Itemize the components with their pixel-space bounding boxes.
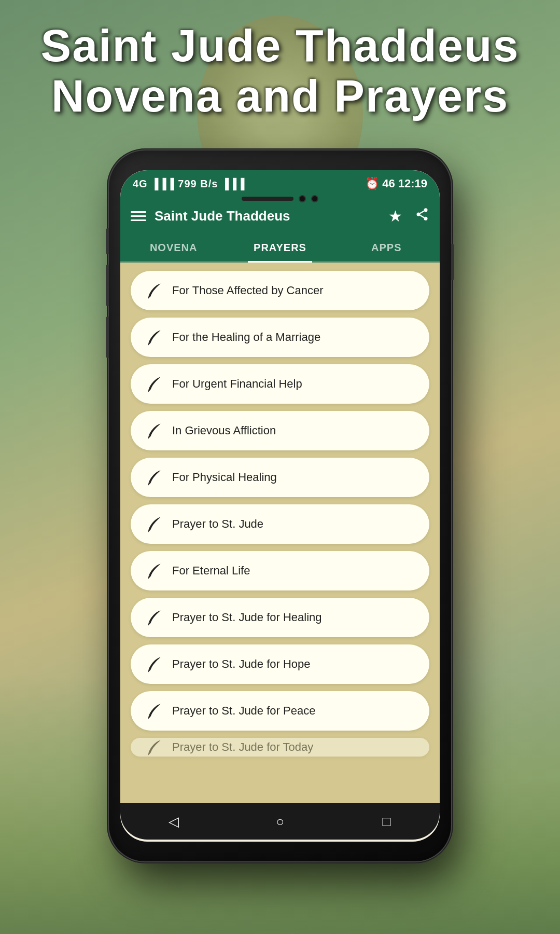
app-title-line1: Saint Jude Thaddeus	[21, 21, 539, 71]
speaker	[242, 197, 293, 201]
prayer-label-4: In Grievous Affliction	[172, 424, 276, 437]
prayer-label-1: For Those Affected by Cancer	[172, 284, 323, 297]
quill-icon	[143, 420, 164, 441]
list-item[interactable]: For Urgent Financial Help	[131, 364, 429, 404]
prayer-label-6: Prayer to St. Jude	[172, 517, 263, 531]
hamburger-line-3	[131, 219, 146, 221]
recents-button[interactable]: □	[373, 808, 399, 834]
list-item[interactable]: Prayer to St. Jude for Healing	[131, 598, 429, 637]
prayer-list: For Those Affected by Cancer For the Hea…	[120, 263, 440, 803]
prayer-label-3: For Urgent Financial Help	[172, 377, 302, 391]
quill-icon	[143, 654, 164, 675]
volume-silent-button	[106, 228, 109, 254]
prayer-label-7: For Eternal Life	[172, 564, 250, 578]
list-item-partial[interactable]: Prayer to St. Jude for Today	[131, 738, 429, 757]
quill-icon	[143, 700, 164, 721]
sensor	[311, 195, 318, 202]
phone-device: 4G ▐▐▐ 799 B/s ▐▐▐ ⏰ 46 12:19 Saint Jude…	[109, 150, 451, 861]
app-title-line2: Novena and Prayers	[21, 71, 539, 121]
hamburger-line-2	[131, 215, 146, 217]
prayer-label-2: For the Healing of a Marriage	[172, 331, 320, 344]
phone-screen: 4G ▐▐▐ 799 B/s ▐▐▐ ⏰ 46 12:19 Saint Jude…	[120, 170, 440, 842]
list-item[interactable]: Prayer to St. Jude for Peace	[131, 691, 429, 731]
svg-point-2	[424, 216, 428, 220]
bottom-navigation: ◁ ○ □	[120, 803, 440, 840]
quill-icon	[143, 467, 164, 488]
quill-icon	[143, 738, 164, 757]
list-item[interactable]: For Physical Healing	[131, 458, 429, 497]
svg-point-1	[417, 212, 421, 216]
power-button	[451, 244, 454, 280]
phone-shell: 4G ▐▐▐ 799 B/s ▐▐▐ ⏰ 46 12:19 Saint Jude…	[109, 150, 451, 861]
tab-apps[interactable]: APPS	[333, 235, 440, 261]
list-item[interactable]: For the Healing of a Marriage	[131, 318, 429, 357]
list-item[interactable]: Prayer to St. Jude	[131, 504, 429, 544]
app-bar: Saint Jude Thaddeus ★	[120, 197, 440, 235]
list-item[interactable]: Prayer to St. Jude for Hope	[131, 644, 429, 684]
svg-line-4	[420, 211, 424, 213]
hamburger-line-1	[131, 211, 146, 213]
quill-icon	[143, 327, 164, 348]
list-item[interactable]: In Grievous Affliction	[131, 411, 429, 450]
camera-notch	[242, 195, 318, 202]
back-button[interactable]: ◁	[161, 808, 187, 834]
front-camera	[299, 195, 306, 202]
quill-icon	[143, 560, 164, 581]
quill-icon	[143, 280, 164, 301]
favorite-button[interactable]: ★	[388, 207, 402, 225]
quill-icon	[143, 514, 164, 534]
prayer-label-5: For Physical Healing	[172, 471, 277, 484]
quill-icon	[143, 607, 164, 628]
quill-icon	[143, 374, 164, 394]
prayer-label-10: Prayer to St. Jude for Peace	[172, 704, 315, 718]
title-overlay: Saint Jude Thaddeus Novena and Prayers	[0, 21, 560, 121]
prayer-label-11: Prayer to St. Jude for Today	[172, 740, 313, 754]
prayer-label-8: Prayer to St. Jude for Healing	[172, 611, 322, 624]
app-bar-title: Saint Jude Thaddeus	[155, 208, 380, 224]
menu-button[interactable]	[131, 211, 146, 221]
svg-line-3	[420, 215, 424, 217]
volume-up-button	[106, 265, 109, 306]
share-button[interactable]	[415, 207, 429, 225]
volume-down-button	[106, 317, 109, 358]
status-left: 4G ▐▐▐ 799 B/s ▐▐▐	[133, 178, 245, 190]
status-right: ⏰ 46 12:19	[365, 177, 427, 190]
status-bar: 4G ▐▐▐ 799 B/s ▐▐▐ ⏰ 46 12:19	[120, 170, 440, 197]
tab-novena[interactable]: NOVENA	[120, 235, 227, 261]
tab-bar: NOVENA PRAYERS APPS	[120, 235, 440, 263]
list-item[interactable]: For Eternal Life	[131, 551, 429, 590]
list-item[interactable]: For Those Affected by Cancer	[131, 271, 429, 310]
svg-point-0	[424, 208, 428, 212]
home-button[interactable]: ○	[267, 808, 293, 834]
prayer-label-9: Prayer to St. Jude for Hope	[172, 657, 311, 671]
tab-prayers[interactable]: PRAYERS	[227, 235, 333, 261]
